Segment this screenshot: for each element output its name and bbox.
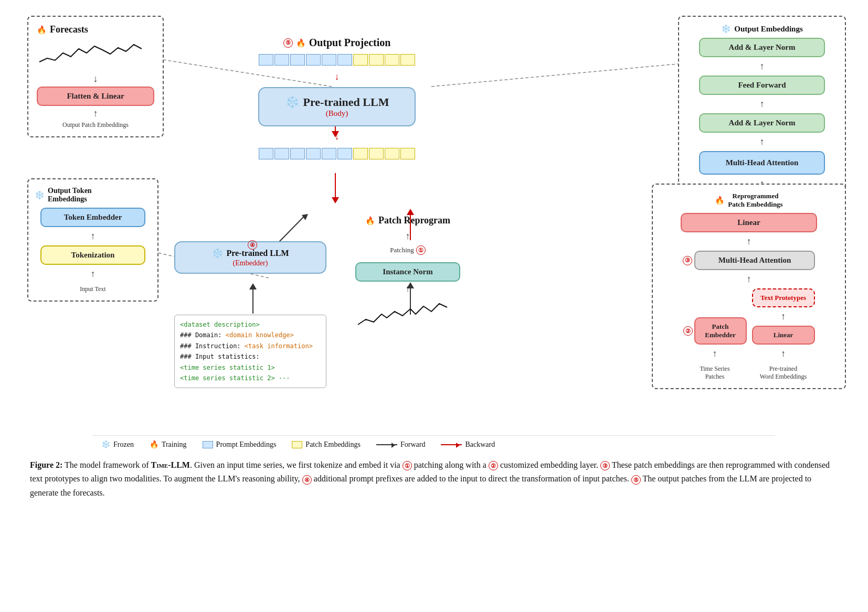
fire-icon-reprogram: 🔥 [715, 196, 725, 205]
prompt-emb-swatch [203, 441, 213, 448]
prompt-line4: ### Input statistics: [180, 353, 260, 360]
input-token-grid [259, 148, 415, 159]
forward-arrow [376, 444, 397, 445]
badge-2: ② [683, 326, 693, 336]
llm-body-box: ❄️ Pre-trained LLM (Body) [258, 87, 416, 126]
legend-patch-emb: Patch Embeddings [292, 441, 361, 449]
linear-bottom-box: Linear [752, 326, 815, 345]
feed-forward-box: Feed Forward [699, 76, 825, 95]
model-name: Time-LLM [151, 460, 189, 469]
forecast-chart [37, 38, 142, 70]
text-proto-col: Text Prototypes ↑ Linear ↑ Pre-trainedWo… [752, 288, 815, 381]
token-embedder-inner-box: Token Embedder [40, 208, 145, 227]
svg-marker-13 [249, 283, 257, 289]
fire-icon-outproj: 🔥 [296, 38, 306, 48]
caption-area: Figure 2: The model framework of Time-LL… [30, 458, 838, 500]
freeze-icon-embedder: ❄️ [211, 248, 223, 259]
linear-top-box: Linear [681, 213, 817, 232]
legend-training: 🔥 Training [150, 440, 187, 449]
center-top-area: ⑤ 🔥 Output Projection ↓ ❄️ Pre-trained L… [242, 37, 431, 162]
legend-backward: Backward [441, 441, 495, 449]
prompt-instruction: <task information> [245, 342, 313, 350]
mha-row: ③ Multi-Head Attention [683, 251, 815, 270]
add-layer-norm-2-box: Add & Layer Norm [699, 113, 825, 133]
instance-norm-box: Instance Norm [355, 262, 460, 282]
time-series-patches-label: Time SeriesPatches [700, 365, 729, 381]
backward-arrow [441, 444, 462, 445]
patch-reprogram-area: 🔥 Patch Reprogram ↑ Patching ① Instance … [332, 215, 484, 335]
flatten-linear-box: Flatten & Linear [37, 87, 154, 106]
patching-label: Patching ① [390, 245, 426, 255]
prompt-stat1: <time series statistic 1> [180, 364, 275, 371]
arrow-red-2: ↓ [335, 131, 340, 142]
caption-text: Figure 2: The model framework of Time-LL… [30, 458, 838, 500]
token-embedder-box: ❄️ Output TokenEmbeddings Token Embedder… [27, 178, 158, 302]
multi-head-attention-reprogram-box: Multi-Head Attention [694, 251, 815, 270]
freeze-icon-llm-body: ❄️ [285, 95, 299, 109]
svg-marker-15 [302, 214, 308, 220]
freeze-icon-token: ❄️ [35, 190, 45, 200]
patch-text-row: ② PatchEmbedder ↑ Time SeriesPatches Tex… [683, 288, 815, 381]
prompt-line3: ### Instruction: [180, 342, 245, 350]
fire-icon-patch: 🔥 [365, 216, 375, 226]
fire-icon-legend: 🔥 [150, 440, 158, 449]
patch-emb-swatch [292, 441, 302, 448]
instance-norm-outer: Instance Norm ↑ [355, 262, 460, 335]
badge4-label: ④ [248, 240, 257, 250]
caption-badge-4: ④ [302, 475, 312, 485]
prompt-text-box: <dataset description> ### Domain: <domai… [174, 315, 326, 388]
prompt-stat2: <time series statistic 2> ··· [180, 374, 290, 382]
caption-badge-5: ⑤ [631, 475, 641, 485]
output-embeddings-title: Output Embeddings [734, 25, 802, 34]
freeze-icon-legend: ❄️ [101, 440, 110, 449]
word-embeddings-label: Pre-trainedWord Embeddings [760, 365, 807, 381]
svg-marker-7 [332, 197, 339, 203]
arrow-red-1: ↓ [335, 71, 340, 82]
badge-1: ① [416, 245, 426, 255]
forecasts-box: 🔥 Forecasts ↓ Flatten & Linear ↑ Output … [27, 16, 164, 137]
right-transformer-box: ❄️ Output Embeddings Add & Layer Norm ↑ … [678, 16, 846, 211]
instance-norm-chart [355, 296, 450, 332]
legend-forward: Forward [376, 441, 425, 449]
patch-embedder-col: ② PatchEmbedder ↑ Time SeriesPatches [683, 317, 747, 381]
input-text-label: Input Text [80, 285, 105, 293]
patch-embedder-box: PatchEmbedder [694, 317, 747, 345]
forecasts-title: Forecasts [50, 24, 88, 35]
badge-4: ④ [248, 240, 257, 250]
svg-line-1 [431, 63, 689, 87]
prompt-domain: <domain knowledge> [226, 331, 294, 339]
arrow-down-1: ↓ [37, 73, 154, 84]
text-prototypes-box: Text Prototypes [752, 288, 815, 307]
patch-reprogram-title: Patch Reprogram [378, 215, 450, 226]
output-token-embeddings-title: Output TokenEmbeddings [48, 187, 92, 203]
multi-head-attention-box: Multi-Head Attention [699, 151, 825, 175]
legend-prompt-emb: Prompt Embeddings [203, 441, 277, 449]
badge-5: ⑤ [283, 38, 293, 48]
caption-badge-2: ② [489, 461, 498, 470]
output-projection-title: Output Projection [309, 37, 391, 49]
prompt-line2: ### Domain: [180, 331, 226, 339]
tokenization-box: Tokenization [40, 245, 145, 265]
output-patch-embeddings-label: Output Patch Embeddings [37, 121, 154, 129]
arrow-up-2: ↑ [37, 108, 154, 119]
output-token-grid [259, 54, 415, 66]
caption-badge-3: ③ [600, 461, 610, 470]
reprogrammed-title: ReprogrammedPatch Embeddings [728, 192, 782, 209]
prompt-line1: <dataset description> [180, 321, 260, 328]
reprogrammed-area: 🔥 ReprogrammedPatch Embeddings Linear ↑ … [652, 184, 846, 389]
caption-badge-1: ① [403, 461, 412, 470]
freeze-icon-right: ❄️ [721, 24, 731, 34]
prompt-text-area: <dataset description> ### Domain: <domai… [174, 315, 326, 388]
svg-marker-9 [407, 209, 414, 215]
add-layer-norm-1-box: Add & Layer Norm [699, 38, 825, 57]
legend-frozen: ❄️ Frozen [101, 440, 134, 449]
legend-area: ❄️ Frozen 🔥 Training Prompt Embeddings P… [93, 435, 775, 453]
fire-icon-forecasts: 🔥 [37, 25, 47, 35]
diagram-container: 🔥 Forecasts ↓ Flatten & Linear ↑ Output … [12, 10, 856, 430]
badge-3: ③ [683, 256, 692, 265]
